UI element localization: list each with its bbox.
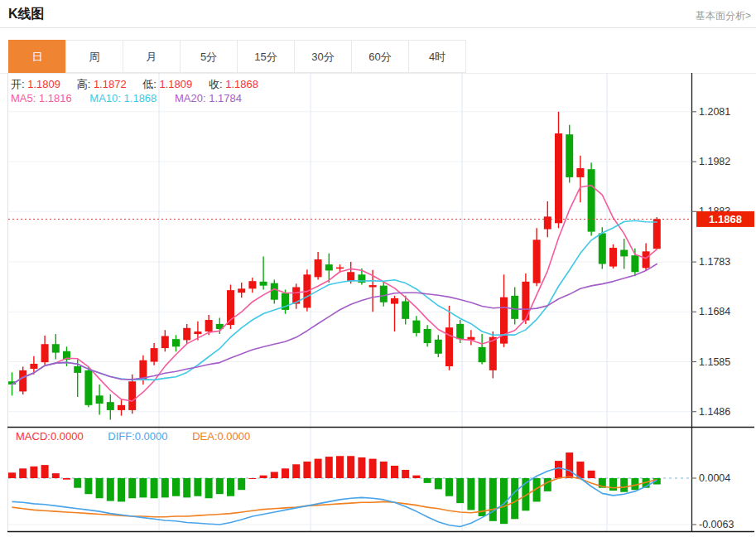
candle-body bbox=[380, 286, 388, 302]
macd-bar bbox=[315, 459, 322, 478]
macd-bar bbox=[467, 478, 474, 510]
candle-body bbox=[205, 320, 213, 331]
macd-bar bbox=[424, 478, 431, 483]
macd-bar bbox=[402, 470, 409, 478]
tab-日[interactable]: 日 bbox=[8, 40, 66, 73]
ma5-readout: MA5: 1.1816 bbox=[11, 92, 72, 104]
ma10-readout: MA10: 1.1868 bbox=[89, 92, 156, 104]
candle-body bbox=[271, 283, 278, 300]
macd-bar bbox=[391, 466, 398, 478]
macd-bar bbox=[248, 478, 256, 479]
tab-30分[interactable]: 30分 bbox=[294, 40, 352, 73]
macd-bar bbox=[347, 456, 354, 478]
candle-body bbox=[599, 233, 606, 264]
candle-body bbox=[566, 134, 573, 177]
macd-bar bbox=[172, 478, 180, 496]
macd-bar bbox=[588, 471, 595, 478]
macd-bar bbox=[445, 478, 453, 496]
candle-body bbox=[336, 268, 344, 269]
macd-bar bbox=[161, 478, 169, 497]
tab-60分[interactable]: 60分 bbox=[351, 40, 409, 73]
price-tick-label: 1.1585 bbox=[699, 356, 730, 368]
candle-body bbox=[588, 169, 595, 231]
price-tick-label: 1.2081 bbox=[699, 106, 730, 118]
fundamental-analysis-link[interactable]: 基本面分析> bbox=[696, 9, 751, 23]
macd-bar bbox=[435, 478, 442, 489]
macd-bar bbox=[620, 478, 628, 492]
tab-月[interactable]: 月 bbox=[123, 40, 181, 73]
candle-body bbox=[533, 239, 541, 283]
macd-bar bbox=[260, 476, 267, 478]
macd-bar bbox=[238, 478, 245, 490]
macd-bar bbox=[41, 465, 49, 478]
candle-body bbox=[479, 347, 486, 362]
macd-bar bbox=[30, 467, 37, 478]
candle-body bbox=[555, 133, 562, 223]
macd-bar bbox=[566, 452, 573, 478]
ma10-line bbox=[12, 220, 657, 385]
candle-body bbox=[161, 336, 169, 349]
candle-body bbox=[620, 250, 628, 257]
macd-bar bbox=[84, 478, 92, 494]
candle-body bbox=[631, 255, 638, 272]
macd-bar bbox=[151, 478, 158, 498]
candle-body bbox=[456, 324, 464, 339]
macd-bar bbox=[52, 473, 60, 478]
macd-bar bbox=[303, 462, 311, 478]
dea-value-readout: DEA:0.0000 bbox=[192, 430, 250, 443]
candle-body bbox=[424, 329, 431, 343]
candle-body bbox=[435, 340, 442, 354]
page-title: K线图 bbox=[8, 6, 45, 23]
macd-bar bbox=[456, 478, 464, 503]
interval-tab-bar: 日周月5分15分30分60分4时 bbox=[8, 40, 466, 73]
macd-bar bbox=[139, 478, 147, 497]
tab-4时[interactable]: 4时 bbox=[408, 40, 466, 73]
candle-body bbox=[151, 348, 158, 361]
macd-bar bbox=[19, 468, 26, 478]
close-value: 1.1868 bbox=[225, 78, 258, 90]
candle-body bbox=[402, 302, 409, 319]
candle-body bbox=[30, 364, 37, 369]
candle-body bbox=[609, 248, 617, 267]
macd-value-readout: MACD:0.0000 bbox=[16, 430, 84, 443]
candle-body bbox=[544, 216, 551, 229]
macd-bar bbox=[183, 478, 190, 497]
macd-bar bbox=[271, 472, 278, 478]
candle-body bbox=[325, 264, 333, 270]
candle-body bbox=[118, 405, 125, 410]
tab-周[interactable]: 周 bbox=[65, 40, 123, 73]
macd-bar bbox=[74, 478, 81, 488]
current-price-badge-value: 1.1868 bbox=[709, 213, 742, 225]
ma-readout: MA5: 1.1816 MA10: 1.1868 MA20: 1.1784 bbox=[11, 92, 257, 104]
tab-5分[interactable]: 5分 bbox=[180, 40, 238, 73]
macd-bar bbox=[282, 468, 289, 478]
macd-bar bbox=[194, 478, 201, 496]
price-tick-label: 1.1486 bbox=[699, 406, 730, 418]
ohlc-readout: 开: 1.1809 高: 1.1872 低: 1.1809 收: 1.1868 bbox=[11, 77, 272, 92]
macd-bar bbox=[412, 476, 420, 478]
macd-bar bbox=[511, 478, 518, 519]
price-tick-label: 1.1982 bbox=[699, 156, 730, 167]
candle-body bbox=[511, 296, 518, 319]
tab-15分[interactable]: 15分 bbox=[237, 40, 295, 73]
candle-body bbox=[96, 395, 104, 404]
candle-body bbox=[19, 370, 26, 392]
macd-bar bbox=[336, 456, 344, 478]
macd-bar bbox=[128, 478, 136, 498]
macd-tick-label: -0.0063 bbox=[699, 519, 734, 530]
candle-body bbox=[194, 331, 201, 334]
candle-body bbox=[576, 168, 584, 177]
price-tick-label: 1.1684 bbox=[699, 306, 730, 317]
macd-bar bbox=[227, 478, 234, 496]
close-label: 收: bbox=[209, 78, 223, 90]
macd-bar bbox=[118, 478, 125, 501]
candle-body bbox=[172, 339, 180, 346]
candle-body bbox=[260, 282, 267, 286]
macd-tick-label: 0.0004 bbox=[699, 472, 730, 484]
macd-bar bbox=[96, 478, 104, 498]
open-value: 1.1809 bbox=[27, 78, 60, 90]
candle-body bbox=[248, 281, 256, 288]
candle-body bbox=[52, 344, 60, 352]
macd-bar bbox=[358, 457, 365, 478]
macd-bar bbox=[544, 478, 551, 491]
